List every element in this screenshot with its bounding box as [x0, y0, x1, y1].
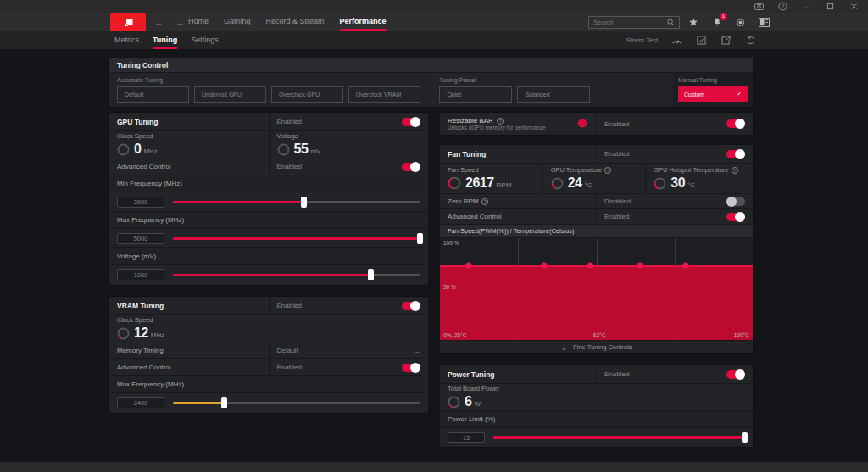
hotspot-temperature-metric: GPU Hotspot Temperature ? 30 °C	[646, 164, 753, 193]
gpu-voltage-input[interactable]	[117, 269, 164, 280]
fan-curve-point[interactable]	[542, 263, 548, 269]
gpu-advanced-control-toggle[interactable]	[402, 163, 420, 171]
resizable-bar-panel: Resizable BAR ? Unlocks dGPU memory for …	[439, 112, 754, 136]
info-icon[interactable]: ?	[497, 118, 504, 125]
total-board-power-label: Total Board Power	[448, 385, 745, 392]
close-button[interactable]	[848, 2, 860, 11]
auto-default-button[interactable]: Default	[117, 86, 189, 103]
gpu-tuning-state-label: Enabled	[277, 118, 302, 125]
gauge-icon	[448, 176, 461, 190]
automatic-tuning-label: Automatic Tuning	[117, 77, 423, 83]
fan-curve-point[interactable]	[587, 263, 593, 269]
vram-advanced-control-toggle[interactable]	[402, 364, 420, 372]
fan-tuning-panel: Fan Tuning Enabled Fan Speed 2617 RPM	[439, 144, 754, 354]
info-icon[interactable]: ?	[732, 167, 738, 174]
slider-thumb[interactable]	[417, 233, 423, 244]
auto-undervolt-gpu-button[interactable]: Undervolt GPU	[194, 86, 266, 103]
slider-thumb[interactable]	[221, 397, 227, 408]
fan-curve-point[interactable]	[683, 263, 689, 269]
zero-rpm-toggle[interactable]	[726, 197, 745, 206]
titlebar: ?	[0, 0, 868, 13]
vram-max-frequency-slider[interactable]	[173, 402, 420, 404]
min-frequency-slider[interactable]	[173, 201, 420, 203]
notifications-bell-icon[interactable]: 1	[710, 17, 723, 28]
gpu-voltage-value: 55	[294, 142, 309, 157]
notification-badge: 1	[720, 13, 727, 20]
help-icon[interactable]: ?	[776, 2, 788, 11]
power-tuning-toggle[interactable]	[726, 370, 745, 379]
fan-curve-point[interactable]	[466, 263, 472, 269]
min-frequency-input[interactable]	[117, 197, 164, 208]
vram-tuning-title: VRAM Tuning	[109, 297, 270, 314]
forward-icon[interactable]: →	[175, 17, 185, 27]
slider-thumb[interactable]	[742, 432, 748, 443]
resizable-bar-state-label: Enabled	[604, 120, 629, 128]
tab-record-stream[interactable]: Record & Stream	[266, 14, 325, 31]
nav-tabs: Home Gaming Record & Stream Performance	[188, 14, 387, 31]
power-tuning-state-label: Enabled	[604, 370, 629, 378]
settings-gear-icon[interactable]	[734, 17, 747, 28]
vram-max-frequency-input[interactable]	[117, 397, 164, 408]
tab-settings[interactable]: Settings	[191, 32, 219, 49]
amd-logo[interactable]	[110, 13, 146, 31]
fan-advanced-control-toggle[interactable]	[726, 213, 745, 221]
manual-custom-button[interactable]: Custom ✓	[678, 86, 748, 102]
maximize-button[interactable]	[824, 2, 836, 11]
fan-curve-point[interactable]	[637, 263, 643, 269]
chevron-down-icon: ⌄	[414, 347, 420, 355]
preset-quiet-button[interactable]: Quiet	[439, 86, 512, 103]
reset-undo-icon[interactable]	[745, 36, 756, 46]
search-icon	[667, 19, 675, 26]
tab-home[interactable]: Home	[188, 14, 209, 31]
fan-speed-unit: RPM	[497, 181, 512, 189]
info-icon[interactable]: ?	[604, 167, 611, 174]
tab-gaming[interactable]: Gaming	[224, 14, 251, 31]
gpu-voltage-unit: mV	[310, 147, 320, 155]
hotspot-temperature-unit: °C	[687, 181, 695, 189]
back-icon[interactable]: ←	[154, 17, 164, 27]
tab-tuning[interactable]: Tuning	[153, 32, 177, 49]
fine-tuning-controls-expander[interactable]: ⌄ Fine Tuning Controls	[440, 340, 753, 353]
hotspot-temperature-label: GPU Hotspot Temperature	[654, 166, 728, 174]
gpu-clock-speed-metric: Clock Speed 0 MHz	[109, 131, 270, 158]
gpu-advanced-control-label: Advanced Control	[109, 158, 270, 175]
max-frequency-slider[interactable]	[173, 237, 420, 240]
slider-thumb[interactable]	[368, 269, 374, 280]
auto-overclock-vram-button[interactable]: Overclock VRAM	[348, 86, 420, 103]
vram-tuning-toggle[interactable]	[402, 302, 420, 310]
info-icon[interactable]: ?	[481, 198, 488, 205]
total-board-power-unit: W	[474, 400, 481, 408]
tab-performance[interactable]: Performance	[340, 14, 387, 31]
gpu-voltage-slider-row	[109, 265, 428, 285]
gpu-tuning-title: GPU Tuning	[109, 113, 270, 130]
fan-curve-plot[interactable]: 100 % 50 % 0%, 25°C 62°C 100°C	[440, 238, 753, 340]
preset-balanced-button[interactable]: Balanced	[517, 86, 590, 103]
max-frequency-slider-row	[109, 229, 428, 248]
camera-icon[interactable]	[753, 2, 765, 11]
minimize-button[interactable]	[800, 2, 812, 11]
save-profile-export-icon[interactable]	[721, 36, 732, 46]
power-tuning-panel: Power Tuning Enabled Total Board Power 6…	[439, 364, 754, 448]
max-frequency-input[interactable]	[117, 233, 164, 244]
power-limit-input[interactable]	[448, 432, 485, 443]
auto-overclock-gpu-button[interactable]: Overclock GPU	[271, 86, 343, 103]
fan-tuning-toggle[interactable]	[726, 150, 745, 158]
slider-thumb[interactable]	[301, 197, 307, 208]
gpu-tuning-toggle[interactable]	[402, 118, 420, 126]
tuning-control-panel: Tuning Control Automatic Tuning Default …	[108, 58, 754, 108]
power-limit-slider[interactable]	[493, 436, 745, 439]
favorites-star-icon[interactable]	[687, 17, 699, 28]
overlay-panel-icon[interactable]	[758, 17, 771, 28]
stress-test-gauge-icon[interactable]	[671, 36, 682, 46]
gpu-voltage-slider[interactable]	[173, 274, 420, 276]
tab-metrics[interactable]: Metrics	[114, 32, 139, 49]
search-box[interactable]	[588, 16, 680, 29]
hotspot-temperature-value: 30	[670, 175, 685, 191]
load-profile-icon[interactable]	[696, 36, 707, 46]
vram-clock-speed-metric: Clock Speed 12 MHz	[109, 315, 428, 342]
search-input[interactable]	[593, 19, 661, 26]
gpu-voltage-slider-label: Voltage (mV)	[109, 248, 428, 265]
resizable-bar-toggle[interactable]	[726, 119, 745, 128]
memory-timing-dropdown[interactable]: Default ⌄	[270, 342, 429, 358]
gauge-icon	[117, 327, 130, 340]
